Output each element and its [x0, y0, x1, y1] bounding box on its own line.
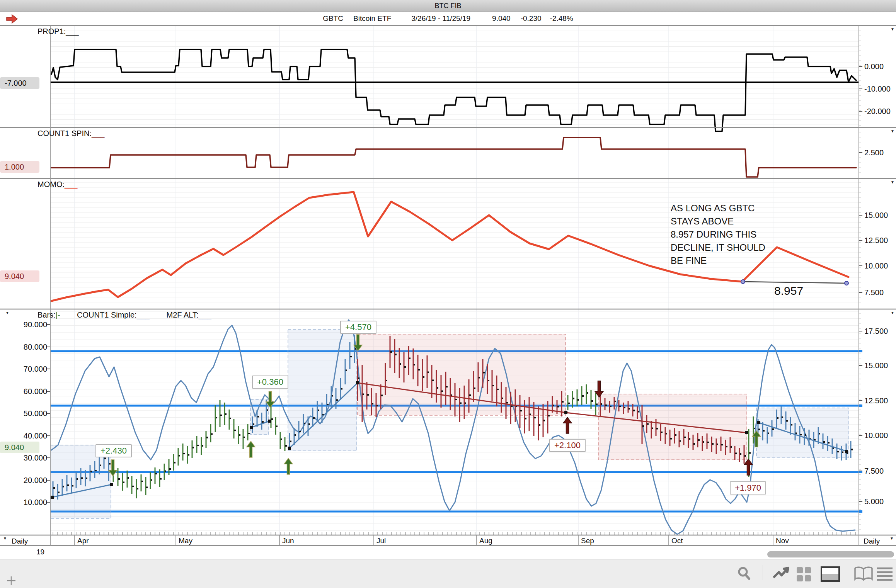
- window-title: BTC FIB: [434, 2, 461, 10]
- quote-bar: GBTC Bitcoin ETF 3/26/19 - 11/25/19 9.04…: [0, 12, 896, 25]
- period-label-left[interactable]: Daily: [12, 537, 28, 546]
- period-label-right[interactable]: Daily: [864, 537, 880, 546]
- axis-tick-label: 70.000: [12, 365, 47, 374]
- axis-tick-label: 80.000: [12, 343, 47, 352]
- panel-dropdown-icon[interactable]: ▼: [3, 536, 7, 540]
- month-label: Sep: [581, 537, 594, 545]
- chart-text-annotation[interactable]: AS LONG AS GBTC STAYS ABOVE 8.957 DURING…: [671, 202, 765, 267]
- count1-spin-step-line: [51, 138, 856, 177]
- price-change-pct: -2.48%: [550, 14, 573, 23]
- axis-tick-label: 90.000: [12, 320, 47, 329]
- axis-tick-label: 12.500: [864, 396, 888, 405]
- axis-tick-label: 10.000: [12, 498, 47, 507]
- last-value-badge: 9.040: [0, 442, 39, 453]
- date-range: 3/26/19 - 11/25/19: [411, 14, 470, 23]
- axis-tick-label: 2.500: [864, 148, 884, 157]
- axis-tick-label: -10.000: [864, 85, 891, 93]
- menu-icon[interactable]: [876, 566, 894, 581]
- year-label: 19: [36, 548, 44, 556]
- axis-tick-label: 40.000: [12, 432, 47, 440]
- panel-borders: [0, 25, 896, 546]
- axis-tick-label: 15.000: [864, 211, 888, 220]
- axis-tick-label: 10.000: [864, 262, 888, 270]
- panel-dropdown-icon[interactable]: ▼: [891, 129, 894, 133]
- axis-tick-label: 12.500: [864, 236, 888, 245]
- panel-dropdown-icon[interactable]: ▼: [891, 27, 894, 31]
- panel-dropdown-icon[interactable]: ▼: [891, 311, 894, 315]
- month-label: Jul: [376, 537, 386, 545]
- chart-canvas[interactable]: [0, 0, 896, 588]
- toolbar-separator: [846, 565, 846, 580]
- month-label: Apr: [77, 537, 89, 545]
- panel-view-icon[interactable]: [820, 566, 840, 582]
- pattern-regions[interactable]: [50, 330, 849, 518]
- last-value-badge: 1.000: [0, 161, 39, 173]
- month-label: Aug: [479, 537, 492, 545]
- signal-value-label[interactable]: +2.430: [95, 444, 132, 457]
- axis-tick-label: 30.000: [12, 454, 47, 462]
- axis-tick-label: -20.000: [864, 107, 891, 116]
- signal-value-label[interactable]: +1.970: [730, 481, 766, 495]
- count1-spin-study-label[interactable]: COUNT1 SPIN:___: [37, 129, 104, 138]
- axis-tick-label: 17.500: [864, 327, 888, 336]
- last-value-badge: 9.040: [0, 270, 39, 282]
- symbol-name: Bitcoin ETF: [353, 14, 391, 23]
- price-change: -0.230: [521, 14, 542, 23]
- measure-value-label[interactable]: 8.957: [774, 284, 803, 297]
- month-label: Jun: [282, 537, 294, 545]
- signal-value-label[interactable]: +4.570: [340, 321, 376, 334]
- axis-tick-label: 5.000: [864, 497, 884, 506]
- axis-tick-label: 10.000: [864, 431, 888, 440]
- book-icon[interactable]: [853, 566, 874, 581]
- month-label: May: [179, 537, 192, 545]
- momo-study-label[interactable]: MOMO:___: [37, 180, 77, 189]
- axis-tick-label: 50.000: [12, 409, 47, 418]
- month-label: Nov: [776, 537, 789, 545]
- main-study-labels[interactable]: Bars:|- COUNT1 Simple:___ M2F ALT:___: [37, 311, 211, 319]
- last-value-badge: -7.000: [0, 77, 39, 89]
- quote-line-icon[interactable]: [772, 566, 790, 581]
- panel-dropdown-icon[interactable]: ▼: [890, 536, 894, 540]
- add-icon[interactable]: [6, 576, 16, 586]
- search-icon[interactable]: [737, 566, 752, 581]
- prop1-step-line: [51, 49, 856, 131]
- toolbar-separator: [763, 565, 763, 580]
- window-title-bar[interactable]: BTC FIB: [0, 0, 896, 12]
- axis-tick-label: 7.500: [864, 288, 884, 297]
- last-price: 9.040: [492, 14, 511, 23]
- horizontal-scrollbar-thumb[interactable]: [767, 551, 894, 557]
- axis-tick-label: 15.000: [864, 361, 888, 370]
- grid-view-icon[interactable]: [795, 566, 813, 583]
- axis-tick-label: 7.500: [864, 467, 884, 476]
- bottom-toolbar: [0, 559, 896, 588]
- signal-value-label[interactable]: +0.360: [252, 376, 288, 389]
- signal-value-label[interactable]: +2.100: [549, 439, 586, 452]
- month-label: Oct: [671, 537, 683, 545]
- axis-tick-label: 60.000: [12, 387, 47, 396]
- panel-dropdown-icon[interactable]: ▼: [891, 180, 894, 184]
- next-symbol-arrow-icon[interactable]: [5, 14, 19, 24]
- prop1-study-label[interactable]: PROP1:___: [37, 27, 79, 36]
- panel-dropdown-icon[interactable]: ▼: [5, 311, 9, 315]
- axis-tick-label: 0.000: [864, 62, 884, 71]
- app-window: BTC FIB GBTC Bitcoin ETF 3/26/19 - 11/25…: [0, 0, 896, 588]
- axis-tick-label: 20.000: [12, 476, 47, 485]
- symbol: GBTC: [323, 14, 343, 23]
